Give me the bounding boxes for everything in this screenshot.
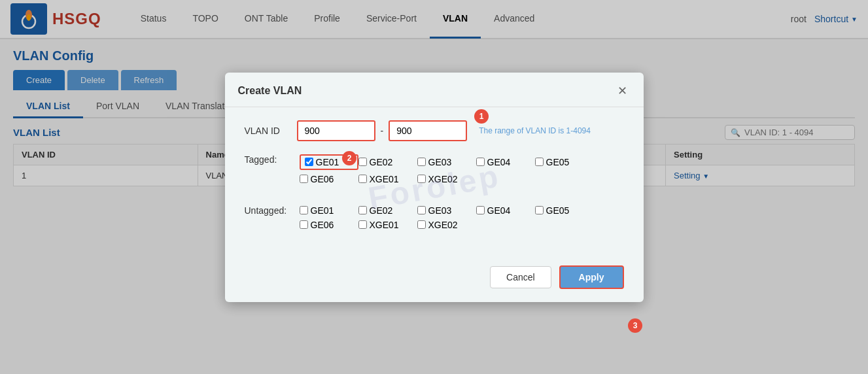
tagged-ge04-item[interactable]: GE04 [476,157,535,167]
tagged-ge03-checkbox[interactable] [417,158,426,166]
untagged-xge01-item[interactable]: XGE01 [358,220,417,230]
untagged-ge06-checkbox[interactable] [300,220,308,229]
tagged-xge02-checkbox[interactable] [417,175,426,183]
close-button[interactable]: ✕ [615,83,631,99]
badge-2: 2 [342,151,356,165]
tagged-ports-row2: GE06 XGE01 XGE02 [300,174,594,184]
modal-overlay: Create VLAN ✕ VLAN ID - The range of VLA… [0,0,868,374]
untagged-ge03-checkbox[interactable] [417,206,426,214]
tagged-ge05-checkbox[interactable] [535,158,544,166]
untagged-ports-row1: GE01 GE02 GE03 GE04 [300,205,594,216]
tagged-ge01-checkbox[interactable] [305,158,313,166]
modal-header: Create VLAN ✕ [225,73,644,107]
tagged-ge02-item[interactable]: GE02 [358,157,417,167]
tagged-row: Tagged: GE01 GE02 GE03 [245,154,624,184]
tagged-xge01-item[interactable]: XGE01 [358,174,417,184]
tagged-ge05-item[interactable]: GE05 [535,157,594,167]
apply-button[interactable]: Apply [559,265,624,289]
tagged-xge02-item[interactable]: XGE02 [417,174,476,184]
untagged-ge03-item[interactable]: GE03 [417,205,476,216]
untagged-row: Untagged: GE01 GE02 GE03 [245,205,624,230]
modal-title: Create VLAN [238,85,302,97]
modal-body: VLAN ID - The range of VLAN ID is 1-4094… [225,107,644,259]
untagged-ge02-checkbox[interactable] [358,206,367,214]
dash-separator: - [381,126,384,136]
untagged-ge05-checkbox[interactable] [535,206,544,214]
untagged-label: Untagged: [245,205,297,216]
tagged-xge01-checkbox[interactable] [358,175,367,183]
vlan-range-hint: The range of VLAN ID is 1-4094 [479,126,591,135]
cancel-button[interactable]: Cancel [490,266,551,288]
badge-1: 1 [474,109,489,124]
vlan-id-row: VLAN ID - The range of VLAN ID is 1-4094 [245,120,624,141]
tagged-ge03-item[interactable]: GE03 [417,157,476,167]
untagged-ge01-checkbox[interactable] [300,206,308,214]
badge-3: 3 [628,318,642,333]
untagged-ge04-checkbox[interactable] [476,206,485,214]
untagged-ge06-item[interactable]: GE06 [300,220,358,230]
tagged-label: Tagged: [245,154,297,165]
vlan-id-inputs: - The range of VLAN ID is 1-4094 [297,120,591,141]
untagged-ge04-item[interactable]: GE04 [476,205,535,216]
untagged-ge02-item[interactable]: GE02 [358,205,417,216]
untagged-xge02-item[interactable]: XGE02 [417,220,476,230]
tagged-ge06-item[interactable]: GE06 [300,174,358,184]
untagged-ports-row2: GE06 XGE01 XGE02 [300,220,594,230]
untagged-ge01-item[interactable]: GE01 [300,205,358,216]
untagged-xge01-checkbox[interactable] [358,220,367,229]
untagged-ge05-item[interactable]: GE05 [535,205,594,216]
tagged-ge02-checkbox[interactable] [358,158,367,166]
vlan-id-to-input[interactable] [389,120,467,141]
modal-footer: Cancel Apply [225,259,644,302]
vlan-id-label: VLAN ID [245,126,297,136]
tagged-ge06-checkbox[interactable] [300,175,308,183]
tagged-ge04-checkbox[interactable] [476,158,485,166]
create-vlan-modal: Create VLAN ✕ VLAN ID - The range of VLA… [225,73,644,302]
vlan-id-from-input[interactable] [297,120,375,141]
untagged-xge02-checkbox[interactable] [417,220,426,229]
